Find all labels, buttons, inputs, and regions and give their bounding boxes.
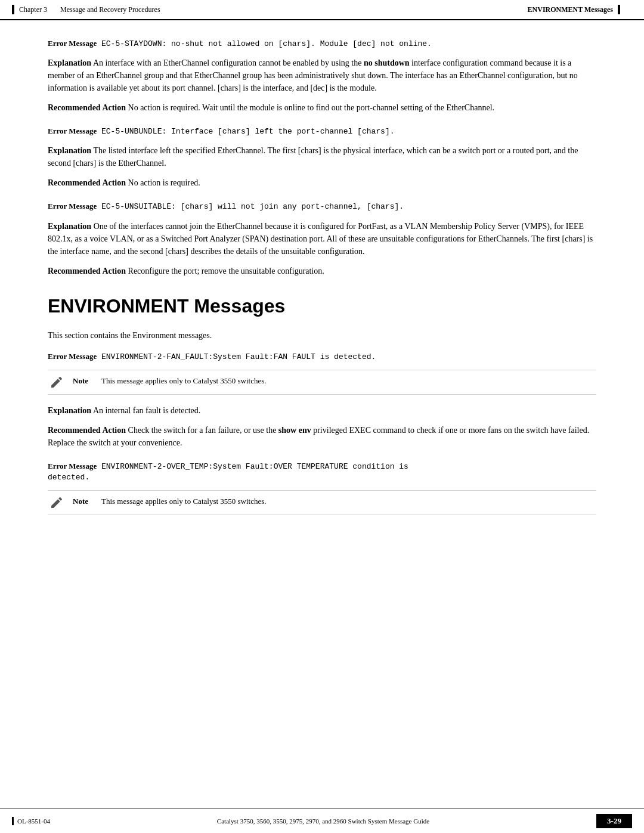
chapter-label: Chapter 3 xyxy=(19,5,47,14)
action-text-unsuitable: Reconfigure the port; remove the unsuita… xyxy=(128,267,324,275)
explanation-label-fan: Explanation xyxy=(48,406,91,415)
action-fan: Recommended Action Check the switch for … xyxy=(48,424,596,449)
header-bar-right xyxy=(618,5,620,14)
note-content-fan: Note This message applies only to Cataly… xyxy=(73,375,267,387)
error-message-line-temp: Error Message ENVIRONMENT-2-OVER_TEMP:Sy… xyxy=(48,461,596,483)
note-label-temp: Note xyxy=(73,496,94,507)
error-code-unsuitable: EC-5-UNSUITABLE: [chars] will not join a… xyxy=(101,202,404,211)
header-left: Chapter 3 Message and Recovery Procedure… xyxy=(12,5,160,14)
header-right: ENVIRONMENT Messages xyxy=(528,5,620,14)
error-block-ec5-unbundle: Error Message EC-5-UNBUNDLE: Interface [… xyxy=(48,126,596,189)
footer-page-number: 3-29 xyxy=(607,816,621,825)
error-message-label-unsuitable: Error Message xyxy=(48,202,97,210)
error-message-label-staydown: Error Message xyxy=(48,39,97,48)
error-code-staydown: EC-5-STAYDOWN: no-shut not allowed on [c… xyxy=(101,39,432,48)
page-footer: OL-8551-04 Catalyst 3750, 3560, 3550, 29… xyxy=(0,809,644,833)
action-text-fan: Check the switch for a fan failure, or u… xyxy=(48,426,589,447)
explanation-label-staydown: Explanation xyxy=(48,58,91,67)
explanation-text-unbundle: The listed interface left the specified … xyxy=(48,146,578,168)
note-text-fan: This message applies only to Catalyst 35… xyxy=(101,375,267,387)
environment-intro: This section contains the Environment me… xyxy=(48,329,596,342)
note-label-fan: Note xyxy=(73,375,94,387)
action-label-staydown: Recommended Action xyxy=(48,103,126,112)
environment-section-heading: ENVIRONMENT Messages xyxy=(48,295,596,317)
explanation-fan: Explanation An internal fan fault is det… xyxy=(48,404,596,417)
error-message-label-unbundle: Error Message xyxy=(48,126,97,135)
error-code-temp: ENVIRONMENT-2-OVER_TEMP:System Fault:OVE… xyxy=(48,462,408,482)
footer-center: Catalyst 3750, 3560, 3550, 2975, 2970, a… xyxy=(50,817,596,825)
action-text-staydown: No action is required. Wait until the mo… xyxy=(128,103,494,112)
header-bar-left xyxy=(12,5,14,14)
environment-intro-text: This section contains the Environment me… xyxy=(48,331,212,340)
note-text-temp: This message applies only to Catalyst 35… xyxy=(101,496,267,507)
note-icon-fan xyxy=(48,375,66,389)
section-label-left: Message and Recovery Procedures xyxy=(60,5,160,14)
action-label-unbundle: Recommended Action xyxy=(48,178,126,187)
error-block-fan-fault: Error Message ENVIRONMENT-2-FAN_FAULT:Sy… xyxy=(48,351,596,449)
error-code-fan: ENVIRONMENT-2-FAN_FAULT:System Fault:FAN… xyxy=(101,352,376,361)
error-message-label-fan: Error Message xyxy=(48,352,97,361)
footer-left-label: OL-8551-04 xyxy=(17,817,50,825)
error-message-line-staydown: Error Message EC-5-STAYDOWN: no-shut not… xyxy=(48,38,596,49)
error-message-label-temp: Error Message xyxy=(48,462,97,470)
action-text-unbundle: No action is required. xyxy=(128,178,200,187)
footer-center-text: Catalyst 3750, 3560, 3550, 2975, 2970, a… xyxy=(217,817,429,825)
error-block-ec5-unsuitable: Error Message EC-5-UNSUITABLE: [chars] w… xyxy=(48,201,596,277)
action-unsuitable: Recommended Action Reconfigure the port;… xyxy=(48,265,596,277)
footer-left: OL-8551-04 xyxy=(12,817,50,825)
explanation-text-unsuitable: One of the interfaces cannot join the Et… xyxy=(48,222,593,256)
note-icon-temp xyxy=(48,496,66,510)
explanation-label-unsuitable: Explanation xyxy=(48,222,91,231)
action-staydown: Recommended Action No action is required… xyxy=(48,101,596,114)
note-over-temp: Note This message applies only to Cataly… xyxy=(48,490,596,515)
error-block-ec5-staydown: Error Message EC-5-STAYDOWN: no-shut not… xyxy=(48,38,596,114)
explanation-unbundle: Explanation The listed interface left th… xyxy=(48,144,596,169)
explanation-unsuitable: Explanation One of the interfaces cannot… xyxy=(48,220,596,258)
action-label-unsuitable: Recommended Action xyxy=(48,267,126,275)
error-message-line-unbundle: Error Message EC-5-UNBUNDLE: Interface [… xyxy=(48,126,596,137)
footer-right: 3-29 xyxy=(596,814,632,828)
note-fan-fault: Note This message applies only to Cataly… xyxy=(48,370,596,395)
error-code-unbundle: EC-5-UNBUNDLE: Interface [chars] left th… xyxy=(101,127,394,136)
explanation-text-staydown: An interface with an EtherChannel config… xyxy=(48,58,578,92)
pencil-icon xyxy=(49,375,64,389)
explanation-staydown: Explanation An interface with an EtherCh… xyxy=(48,57,596,94)
footer-bar xyxy=(12,817,14,825)
page-header: Chapter 3 Message and Recovery Procedure… xyxy=(0,0,644,20)
error-message-line-fan: Error Message ENVIRONMENT-2-FAN_FAULT:Sy… xyxy=(48,351,596,363)
section-label-right: ENVIRONMENT Messages xyxy=(528,5,613,14)
note-content-temp: Note This message applies only to Cataly… xyxy=(73,496,267,507)
action-label-fan: Recommended Action xyxy=(48,426,126,435)
error-message-line-unsuitable: Error Message EC-5-UNSUITABLE: [chars] w… xyxy=(48,201,596,212)
main-content: Error Message EC-5-STAYDOWN: no-shut not… xyxy=(0,20,644,572)
error-block-over-temp: Error Message ENVIRONMENT-2-OVER_TEMP:Sy… xyxy=(48,461,596,515)
explanation-label-unbundle: Explanation xyxy=(48,146,91,155)
pencil-icon-temp xyxy=(49,496,64,510)
explanation-text-fan: An internal fan fault is detected. xyxy=(93,406,200,415)
action-unbundle: Recommended Action No action is required… xyxy=(48,176,596,189)
